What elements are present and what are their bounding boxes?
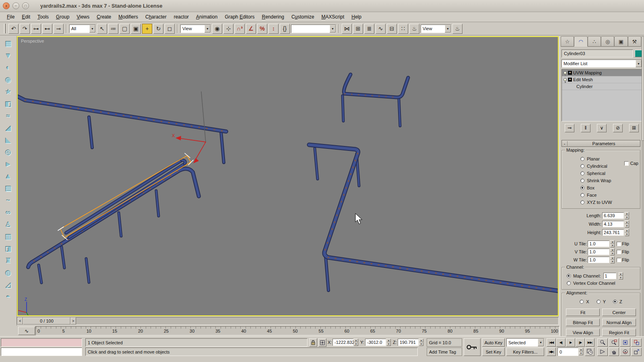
vertex-color-channel-option[interactable]: Vertex Color Channel [564,280,638,287]
selection-filter-dropdown[interactable]: All ▼ [69,25,96,33]
named-selection-dropdown[interactable]: ▼ [291,25,336,33]
tab-motion[interactable]: ◎ [601,36,614,47]
tab-modify[interactable]: ◠ [574,36,587,47]
checkbox-icon[interactable] [624,161,629,166]
go-to-start-button[interactable]: |◀◀ [547,338,556,347]
mapping-option-xyz-to-uvw[interactable]: XYZ to UVW [564,199,638,206]
object-color-swatch[interactable] [635,50,642,57]
v-tile-field[interactable]: V Tile: 1.0 ▲▼ Flip [561,248,640,256]
previous-frame-button[interactable]: ◀|| [556,338,566,347]
render-scene-dialog-button[interactable]: ♨ [409,24,419,34]
u-tile-field[interactable]: U Tile: 1.0 ▲▼ Flip [561,240,640,248]
track-bar-ruler[interactable]: 0510152025303540455055606570758085909510… [35,326,559,335]
menu-item[interactable]: File [3,13,18,21]
time-configuration-button[interactable] [585,348,594,356]
shelf-slide-icon[interactable]: ◿ [2,279,15,291]
flip-checkbox[interactable] [617,258,621,262]
map-channel-field[interactable]: 1 [603,273,616,279]
use-pivot-point-center-button[interactable]: ◉ [212,24,222,34]
menu-item[interactable]: Modifiers [115,13,142,21]
menu-item[interactable]: Group [52,13,73,21]
angle-snap-toggle[interactable]: ∠ [246,24,256,34]
window-close-button[interactable]: x [3,2,10,9]
flip-checkbox[interactable] [617,242,621,246]
align-axis-z[interactable]: Z [613,298,622,305]
open-mini-curve-editor-button[interactable]: ∿ [18,327,35,335]
menu-item[interactable]: Edit [18,13,34,21]
auto-key-button[interactable]: Auto Key [482,338,505,347]
next-frame-arrow[interactable]: > [70,317,76,325]
curve-editor-button[interactable]: ∿ [376,24,386,34]
tab-create[interactable]: ☆ [561,36,574,47]
x-spinner[interactable]: ▲▼ [354,339,358,346]
named-selection-sets-button[interactable]: {} [280,24,290,34]
spinner[interactable]: ▲▼ [625,220,629,228]
mirror-button[interactable]: ⋈ [342,24,352,34]
modifier-stack-item-edit-mesh[interactable]: + Edit Mesh [562,76,642,83]
expand-icon[interactable]: + [568,78,572,82]
time-slider-track[interactable] [76,317,558,325]
window-minimize-button[interactable]: − [12,2,19,9]
snaps-toggle[interactable]: ∩³ [235,24,245,34]
align-axis-y[interactable]: Y [597,298,606,305]
shelf-shirt-icon[interactable]: ▼ [2,50,15,62]
selection-lock-toggle[interactable] [309,338,317,347]
map-channel-option[interactable]: Map Channel: 1 ▲▼ [564,272,638,280]
flip-checkbox[interactable] [617,250,621,254]
tab-hierarchy[interactable]: ∴ [588,36,601,47]
absolute-offset-mode-toggle[interactable] [318,338,326,347]
make-unique-button[interactable]: ∨ [597,124,607,132]
key-selection-dropdown[interactable]: Selected ▼ [506,338,544,347]
shelf-blocks-icon[interactable]: ◨ [2,243,15,255]
chevron-down-icon[interactable]: ▼ [89,25,95,33]
panel-scrollbar[interactable] [642,36,644,336]
modifier-stack-item-cylinder[interactable]: Cylinder [562,83,642,90]
x-coordinate-field[interactable]: -1222.832 [332,339,353,346]
scrollbar-thumb[interactable] [642,36,644,141]
rail-z-shaped[interactable] [309,145,558,291]
configure-modifier-sets-button[interactable]: ⊞ [629,124,639,132]
tab-utilities[interactable]: ⚒ [628,36,641,47]
width-field[interactable]: Width: 4.13 ▲▼ [561,220,640,228]
shelf-box-stack-icon[interactable]: ▦ [2,38,15,49]
shelf-knot-icon[interactable]: ∞ [2,207,15,218]
next-frame-button[interactable]: ||▶ [576,338,585,347]
shelf-crates-icon[interactable]: ▤ [2,183,15,194]
view-align-button[interactable]: View Align [566,329,600,336]
shelf-chair-icon[interactable]: ♜ [2,255,15,267]
spinner[interactable]: ▲▼ [625,212,629,219]
spinner[interactable]: ▲▼ [625,229,629,236]
mapping-option-face[interactable]: Face [564,191,638,199]
window-maximize-button[interactable]: □ [22,2,29,9]
shelf-spinning-top-icon[interactable]: ◉ [2,74,15,86]
modifier-stack-item-uvw-mapping[interactable]: + UVW Mapping [562,70,642,76]
chevron-down-icon[interactable]: ▼ [445,25,451,33]
z-coordinate-field[interactable]: 190.791 [398,339,419,346]
parameters-rollout-header[interactable]: - Parameters [561,140,640,147]
quick-render-button[interactable]: ♨ [452,24,462,34]
frame-spinner[interactable]: ▲▼ [579,348,583,355]
rail-long-upper-left[interactable] [18,97,226,162]
pin-stack-button[interactable]: ⊸ [565,124,574,132]
select-and-link-button[interactable]: ⊶ [31,24,41,34]
mapping-option-box[interactable]: Box [564,184,638,191]
perspective-viewport[interactable]: Perspective [17,36,559,316]
key-mode-toggle[interactable]: |◀▶| [547,348,556,356]
shelf-knife-icon[interactable]: ◢ [2,122,15,134]
y-spinner[interactable]: ▲▼ [386,339,391,346]
spinner-snap-toggle[interactable]: ↕ [268,24,279,34]
chevron-down-icon[interactable]: ▼ [636,60,642,67]
menu-item[interactable]: Customize [288,13,318,21]
z-spinner[interactable]: ▲▼ [419,339,423,346]
w-tile-field[interactable]: W Tile: 1.0 ▲▼ Flip [561,256,640,264]
shelf-black-boxes-icon[interactable]: ◧ [2,98,15,110]
expand-icon[interactable]: + [568,71,572,75]
unlink-selection-button[interactable]: ⊷ [42,24,52,34]
spinner[interactable]: ▲▼ [610,248,615,255]
y-coordinate-field[interactable]: -3012.0 [365,339,386,346]
cap-checkbox-row[interactable]: Cap [624,161,638,166]
menu-item[interactable]: Create [93,13,115,21]
arc-rotate-button[interactable] [620,348,630,356]
remove-modifier-button[interactable]: ⊘ [613,124,623,132]
shelf-boat-icon[interactable]: ▲ [2,171,15,182]
